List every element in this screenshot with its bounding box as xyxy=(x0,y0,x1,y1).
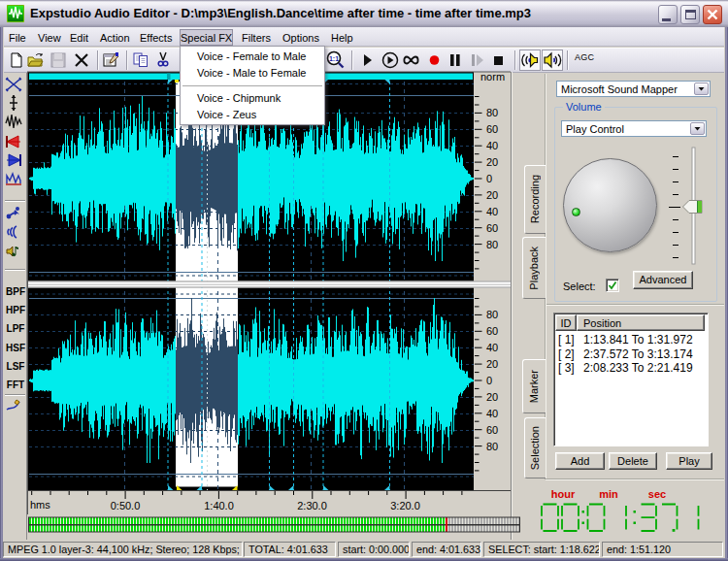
svg-text:20: 20 xyxy=(486,391,498,403)
svg-text:norm: norm xyxy=(480,71,505,82)
svg-text:60: 60 xyxy=(486,222,498,234)
svg-text:60: 60 xyxy=(486,325,498,337)
svg-text:0: 0 xyxy=(486,375,492,386)
svg-text:20: 20 xyxy=(486,156,498,168)
svg-text:80: 80 xyxy=(486,309,498,320)
svg-text:80: 80 xyxy=(486,239,498,250)
svg-text:sec: sec xyxy=(648,488,666,500)
svg-text:40: 40 xyxy=(486,140,498,151)
svg-text:20: 20 xyxy=(486,189,498,201)
svg-text:2:30.0: 2:30.0 xyxy=(297,500,327,512)
svg-text:1:40.0: 1:40.0 xyxy=(204,500,234,512)
svg-text:40: 40 xyxy=(486,342,498,353)
svg-text:60: 60 xyxy=(486,123,498,135)
svg-text:hour: hour xyxy=(551,488,576,500)
svg-text:20: 20 xyxy=(486,358,498,370)
svg-text:60: 60 xyxy=(486,424,498,436)
svg-text:0:50.0: 0:50.0 xyxy=(111,500,141,512)
svg-text:40: 40 xyxy=(486,206,498,217)
svg-text:1:1: 1:1 xyxy=(329,55,339,62)
svg-text:0: 0 xyxy=(486,173,492,184)
svg-text:3:20.0: 3:20.0 xyxy=(390,500,420,512)
svg-text:40: 40 xyxy=(486,408,498,419)
svg-text:80: 80 xyxy=(486,441,498,452)
svg-text:min: min xyxy=(599,488,618,500)
svg-text:hms: hms xyxy=(30,499,50,511)
svg-text:80: 80 xyxy=(486,107,498,118)
